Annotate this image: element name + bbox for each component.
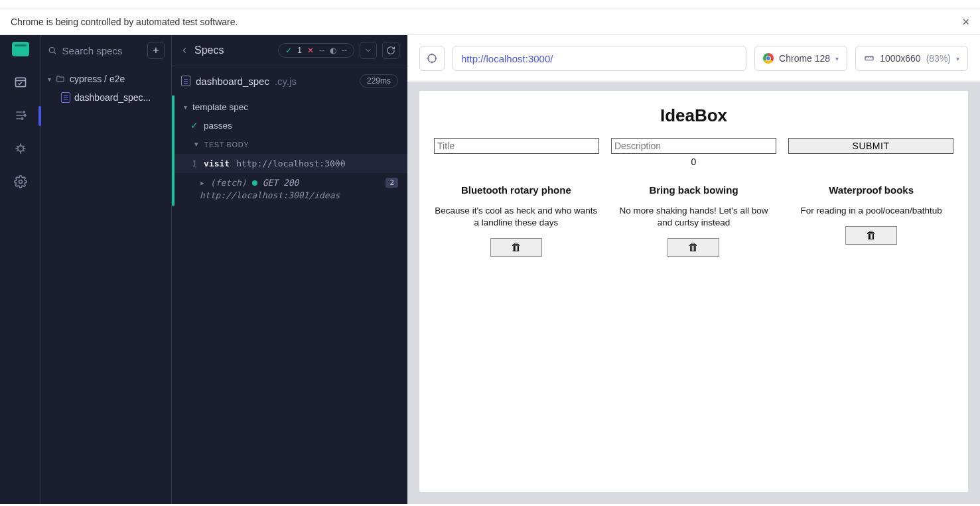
spec-ext: .cy.js (275, 76, 297, 87)
search-icon (48, 45, 57, 56)
aut-wrap: IdeaBox SUBMIT 0 Bluetooth rotary phone … (407, 82, 980, 504)
specs-nav-icon[interactable] (13, 75, 28, 90)
svg-point-6 (49, 47, 54, 52)
selector-playground-button[interactable] (419, 46, 445, 71)
cmd-number: 1 (188, 158, 197, 168)
preview-toolbar: http://localhost:3000/ Chrome 128 ▾ 1000… (407, 35, 980, 82)
svg-point-5 (19, 180, 22, 184)
expand-icon: ▸ (200, 178, 205, 188)
test-name: passes (204, 121, 232, 131)
debug-nav-icon[interactable] (13, 141, 28, 156)
fetch-label: (fetch) (210, 178, 247, 188)
search-wrap (48, 45, 142, 56)
suite-row[interactable]: ▾ template spec (175, 98, 407, 116)
spec-file-row[interactable]: dashboard_spec.cy.js 229ms (172, 66, 407, 95)
folder-label: cypress / e2e (70, 74, 125, 84)
browser-select[interactable]: Chrome 128 ▾ (754, 46, 847, 71)
title-input[interactable] (434, 138, 599, 154)
app-title: IdeaBox (660, 105, 727, 126)
settings-nav-icon[interactable] (13, 174, 28, 189)
runs-nav-icon[interactable] (13, 108, 28, 123)
test-body-label[interactable]: ▾ TEST BODY (175, 135, 407, 154)
window-top-strip (0, 0, 980, 9)
fetch-row[interactable]: ▸ (fetch) GET 200 2 (175, 173, 407, 189)
add-spec-button[interactable]: + (147, 42, 165, 59)
chevron-down-icon: ▾ (48, 76, 51, 83)
delete-idea-button[interactable]: 🗑 (845, 226, 897, 245)
main-layout: + ▾ cypress / e2e dashboard_spec... (0, 35, 980, 504)
submit-button[interactable]: SUBMIT (788, 138, 953, 154)
tree-folder-row[interactable]: ▾ cypress / e2e (41, 70, 171, 88)
search-input[interactable] (62, 45, 142, 56)
pass-check-icon: ✓ (190, 120, 198, 131)
viewport-select[interactable]: 1000x660 (83%) ▾ (855, 46, 968, 71)
delete-idea-button[interactable]: 🗑 (667, 238, 719, 257)
pass-check-icon: ✓ (285, 46, 292, 55)
viewport-scale: (83%) (926, 53, 951, 64)
cmd-arg: http://localhost:3000 (236, 158, 345, 168)
command-row[interactable]: 1 visit http://localhost:3000 (175, 154, 407, 173)
fail-count: -- (319, 46, 324, 55)
idea-desc: For reading in a pool/ocean/bathtub (801, 205, 942, 217)
idea-card: Bluetooth rotary phone Because it's cool… (434, 184, 598, 257)
status-dot-icon (252, 180, 257, 186)
close-icon[interactable]: × (962, 16, 969, 28)
fetch-url: http://localhost:3001/ideas (175, 189, 407, 206)
pending-count: -- (342, 46, 347, 55)
suite-name: template spec (192, 102, 248, 112)
idea-desc: No more shaking hands! Let's all bow and… (612, 205, 776, 229)
reporter-title: Specs (194, 44, 224, 56)
rerun-button[interactable] (382, 42, 399, 59)
idea-form: SUBMIT (434, 138, 953, 154)
folder-icon (55, 74, 66, 84)
cypress-pane: + ▾ cypress / e2e dashboard_spec... (0, 35, 407, 504)
idea-desc: Because it's cool as heck and who wants … (434, 205, 598, 229)
trash-icon: 🗑 (866, 229, 876, 241)
trash-icon: 🗑 (511, 241, 522, 253)
svg-rect-0 (15, 78, 25, 86)
search-row: + (41, 35, 171, 66)
automation-notice: Chrome is being controlled by automated … (0, 9, 980, 35)
test-row[interactable]: ✓ passes (175, 116, 407, 135)
viewport-size: 1000x660 (880, 53, 921, 64)
app-preview-pane: http://localhost:3000/ Chrome 128 ▾ 1000… (407, 35, 980, 504)
specs-sidebar: + ▾ cypress / e2e dashboard_spec... (41, 35, 172, 504)
tree-file-row[interactable]: dashboard_spec... (41, 88, 171, 107)
cypress-iconbar (0, 35, 41, 504)
cypress-logo-icon (12, 42, 29, 56)
back-icon[interactable] (180, 46, 189, 55)
idea-title: Bring back bowing (649, 184, 738, 196)
idea-counter: 0 (691, 157, 697, 167)
duration-pill: 229ms (360, 74, 398, 88)
fetch-status: GET 200 (263, 178, 299, 188)
svg-point-1 (23, 111, 25, 113)
app-under-test: IdeaBox SUBMIT 0 Bluetooth rotary phone … (419, 91, 968, 492)
url-bar[interactable]: http://localhost:3000/ (453, 46, 746, 71)
cmd-name: visit (204, 158, 230, 168)
test-stats-pill: ✓ 1 ✕ -- ◐ -- (278, 43, 354, 58)
reporter-controls: ✓ 1 ✕ -- ◐ -- (278, 42, 399, 59)
idea-title: Waterproof books (829, 184, 914, 196)
pass-count: 1 (297, 46, 302, 55)
reporter-title-wrap: Specs (180, 44, 224, 56)
file-label: dashboard_spec... (74, 92, 151, 103)
reporter-panel: Specs ✓ 1 ✕ -- ◐ -- (172, 35, 407, 504)
chevron-down-icon: ▾ (956, 55, 959, 62)
idea-title: Bluetooth rotary phone (461, 184, 571, 196)
fetch-count-badge: 2 (385, 178, 398, 188)
test-list: ▾ template spec ✓ passes ▾ TEST BODY 1 v… (172, 95, 407, 206)
description-input[interactable] (611, 138, 776, 154)
crosshair-icon (426, 52, 438, 64)
url-text: http://localhost:3000/ (461, 53, 553, 64)
delete-idea-button[interactable]: 🗑 (490, 238, 542, 257)
ideas-row: Bluetooth rotary phone Because it's cool… (434, 184, 953, 257)
chrome-logo-icon (763, 53, 774, 64)
fail-x-icon: ✕ (307, 46, 314, 55)
automation-notice-text: Chrome is being controlled by automated … (11, 17, 238, 27)
svg-point-4 (17, 146, 23, 151)
spec-tree: ▾ cypress / e2e dashboard_spec... (41, 66, 171, 111)
spec-file-icon (181, 76, 190, 86)
spec-file-icon (61, 92, 70, 103)
svg-point-7 (428, 54, 436, 62)
dropdown-button[interactable] (360, 42, 377, 59)
